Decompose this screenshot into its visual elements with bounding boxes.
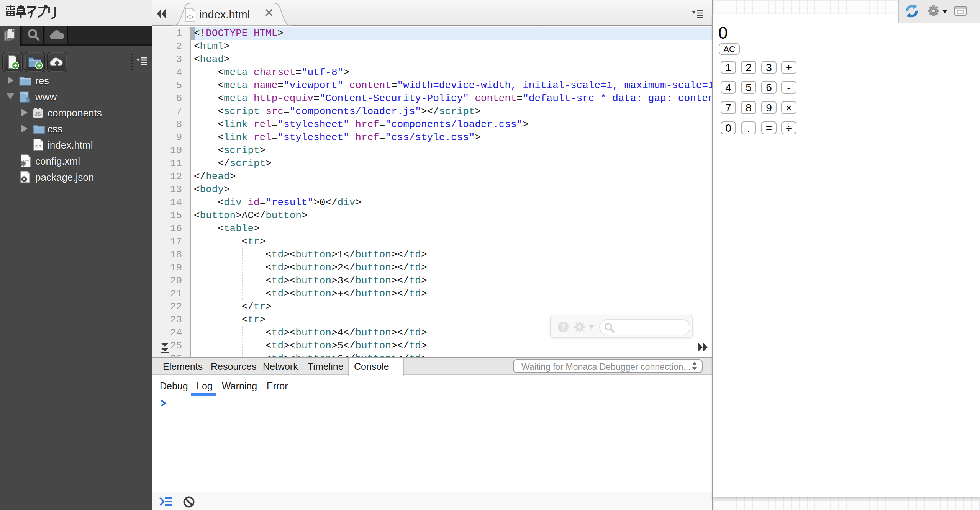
svg-text:?: ? [561, 323, 565, 331]
svg-text:JS: JS [35, 111, 41, 117]
svg-text:<>: <> [35, 144, 42, 150]
svg-text:<>: <> [186, 14, 193, 21]
